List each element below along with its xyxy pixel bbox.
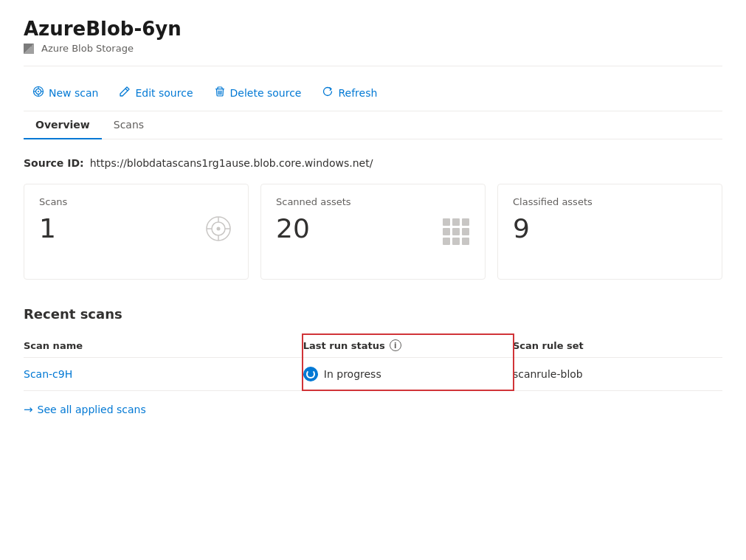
cards-row: Scans 1 Scanned assets 20 [24, 184, 722, 280]
refresh-button[interactable]: Refresh [313, 81, 386, 105]
scanned-assets-card: Scanned assets 20 [260, 184, 486, 280]
table-header-row: Scan name Last run status i Scan rule se… [24, 333, 722, 358]
page-title: AzureBlob-6yn [24, 18, 722, 40]
classified-assets-label: Classified assets [513, 196, 707, 207]
svg-point-14 [217, 227, 221, 231]
new-scan-button[interactable]: New scan [24, 81, 107, 105]
svg-point-2 [38, 91, 39, 92]
scans-card: Scans 1 [24, 184, 249, 280]
see-all-label: See all applied scans [38, 404, 146, 415]
tab-overview[interactable]: Overview [24, 111, 102, 139]
see-all-arrow: → [24, 403, 33, 416]
in-progress-icon [303, 367, 318, 381]
refresh-icon [322, 86, 334, 100]
header-divider [24, 66, 722, 66]
subtitle-text: Azure Blob Storage [41, 43, 134, 54]
scans-card-icon [204, 214, 233, 249]
storage-icon [24, 44, 34, 54]
table-row: Scan-c9H In progress scanrule-blob [24, 358, 722, 391]
recent-scans-section: Recent scans Scan name Last run status i… [24, 306, 722, 416]
new-scan-label: New scan [49, 87, 98, 99]
recent-scans-title: Recent scans [24, 306, 722, 322]
col-header-scan-name: Scan name [24, 333, 303, 358]
scanned-assets-value: 20 [276, 213, 470, 243]
page-subtitle: Azure Blob Storage [24, 43, 722, 54]
classified-assets-value: 9 [513, 213, 707, 243]
scans-table-container: Scan name Last run status i Scan rule se… [24, 333, 722, 391]
source-id-value: https://blobdatascans1rg1ause.blob.core.… [90, 157, 373, 169]
spinner [306, 370, 315, 378]
last-run-label: Last run status [303, 340, 385, 351]
edit-source-button[interactable]: Edit source [110, 81, 201, 105]
delete-source-label: Delete source [230, 87, 302, 99]
status-cell: In progress [303, 367, 504, 381]
toolbar: New scan Edit source Delete source [24, 75, 722, 111]
svg-line-7 [125, 89, 128, 91]
tabs: Overview Scans [24, 111, 722, 139]
delete-icon [214, 86, 226, 100]
last-run-info-icon[interactable]: i [390, 339, 401, 351]
classified-assets-card: Classified assets 9 [497, 184, 722, 280]
new-scan-icon [32, 86, 44, 100]
scan-rule-set-cell: scanrule-blob [513, 358, 722, 391]
col-header-last-run: Last run status i [303, 333, 513, 358]
refresh-label: Refresh [338, 87, 377, 99]
scanned-assets-label: Scanned assets [276, 196, 470, 207]
source-id-label: Source ID: [24, 157, 84, 169]
last-run-status-cell: In progress [303, 358, 513, 391]
see-all-scans-link[interactable]: → See all applied scans [24, 403, 722, 416]
status-text: In progress [324, 368, 381, 380]
col-header-scan-rule: Scan rule set [513, 333, 722, 358]
edit-icon [119, 86, 131, 100]
scan-name-link[interactable]: Scan-c9H [24, 368, 72, 380]
edit-source-label: Edit source [135, 87, 193, 99]
scan-name-cell: Scan-c9H [24, 358, 303, 391]
tab-scans[interactable]: Scans [102, 111, 156, 139]
delete-source-button[interactable]: Delete source [205, 81, 311, 105]
source-id-row: Source ID: https://blobdatascans1rg1ause… [24, 157, 722, 169]
scans-table: Scan name Last run status i Scan rule se… [24, 333, 722, 391]
scanned-assets-icon [442, 218, 470, 246]
scans-card-label: Scans [39, 196, 233, 207]
